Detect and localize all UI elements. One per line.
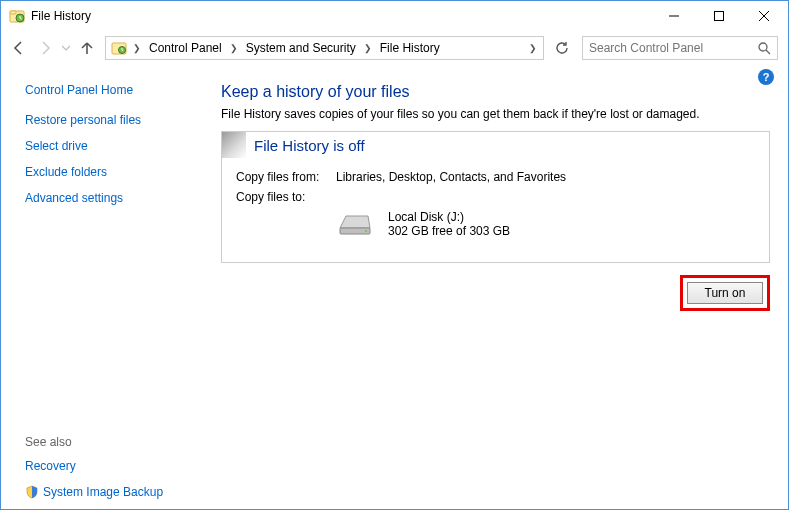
breadcrumb-control-panel[interactable]: Control Panel xyxy=(144,37,227,59)
page-description: File History saves copies of your files … xyxy=(221,107,770,121)
sidebar-link-select-drive[interactable]: Select drive xyxy=(25,139,201,153)
disk-free: 302 GB free of 303 GB xyxy=(388,224,510,238)
window-root: File History xyxy=(0,0,789,510)
status-title: File History is off xyxy=(254,137,365,154)
svg-rect-4 xyxy=(714,12,723,21)
forward-button[interactable] xyxy=(33,36,57,60)
svg-rect-1 xyxy=(10,11,16,14)
hard-drive-icon xyxy=(336,210,374,238)
window-controls xyxy=(651,2,786,30)
search-icon xyxy=(758,42,771,55)
disk-info: Local Disk (J:) 302 GB free of 303 GB xyxy=(388,210,510,238)
search-input[interactable] xyxy=(589,41,758,55)
status-gradient-icon xyxy=(222,132,246,158)
see-also-recovery[interactable]: Recovery xyxy=(25,459,201,473)
nav-toolbar: ❯ Control Panel ❯ System and Security ❯ … xyxy=(1,31,788,65)
folder-icon xyxy=(110,39,128,57)
refresh-button[interactable] xyxy=(550,36,574,60)
up-button[interactable] xyxy=(75,36,99,60)
svg-point-9 xyxy=(759,43,767,51)
maximize-button[interactable] xyxy=(696,2,741,30)
back-button[interactable] xyxy=(7,36,31,60)
sidebar-link-exclude-folders[interactable]: Exclude folders xyxy=(25,165,201,179)
see-also-system-image-backup[interactable]: System Image Backup xyxy=(25,485,201,499)
copy-to-label: Copy files to: xyxy=(236,190,336,204)
sidebar: Control Panel Home Restore personal file… xyxy=(1,65,211,509)
sidebar-link-advanced-settings[interactable]: Advanced settings xyxy=(25,191,201,205)
see-also-label: See also xyxy=(25,435,201,449)
search-box[interactable] xyxy=(582,36,778,60)
breadcrumb-system-security[interactable]: System and Security xyxy=(241,37,361,59)
copy-from-value: Libraries, Desktop, Contacts, and Favori… xyxy=(336,170,755,184)
disk-row: Local Disk (J:) 302 GB free of 303 GB xyxy=(236,210,755,238)
chevron-right-icon[interactable]: ❯ xyxy=(361,43,375,53)
svg-line-10 xyxy=(766,50,770,54)
window-title: File History xyxy=(31,9,651,23)
disk-name: Local Disk (J:) xyxy=(388,210,510,224)
turn-on-button[interactable]: Turn on xyxy=(687,282,763,304)
status-body: Copy files from: Libraries, Desktop, Con… xyxy=(222,158,769,262)
control-panel-home-link[interactable]: Control Panel Home xyxy=(25,83,201,97)
file-history-icon xyxy=(9,8,25,24)
status-box: File History is off Copy files from: Lib… xyxy=(221,131,770,263)
chevron-right-icon[interactable]: ❯ xyxy=(227,43,241,53)
see-also-system-image-backup-label: System Image Backup xyxy=(43,485,163,499)
close-button[interactable] xyxy=(741,2,786,30)
chevron-right-icon[interactable]: ❯ xyxy=(130,43,144,53)
chevron-down-icon[interactable]: ❯ xyxy=(529,43,537,53)
main-panel: ? Keep a history of your files File Hist… xyxy=(211,65,788,509)
svg-point-12 xyxy=(365,230,367,232)
breadcrumb-file-history[interactable]: File History xyxy=(375,37,445,59)
shield-icon xyxy=(25,485,39,499)
content-body: Control Panel Home Restore personal file… xyxy=(1,65,788,509)
minimize-button[interactable] xyxy=(651,2,696,30)
status-header: File History is off xyxy=(222,132,769,158)
copy-from-label: Copy files from: xyxy=(236,170,336,184)
address-bar[interactable]: ❯ Control Panel ❯ System and Security ❯ … xyxy=(105,36,544,60)
titlebar: File History xyxy=(1,1,788,31)
page-heading: Keep a history of your files xyxy=(221,83,770,101)
button-row: Turn on xyxy=(221,275,770,311)
turn-on-highlight: Turn on xyxy=(680,275,770,311)
recent-dropdown[interactable] xyxy=(59,36,73,60)
sidebar-link-restore[interactable]: Restore personal files xyxy=(25,113,201,127)
help-icon[interactable]: ? xyxy=(758,69,774,85)
